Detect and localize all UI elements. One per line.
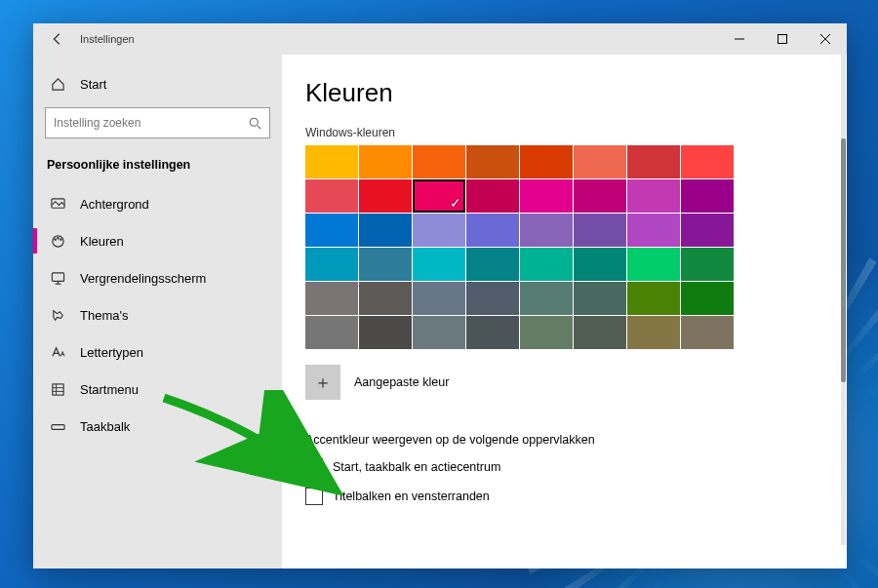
color-swatch[interactable] [466, 248, 519, 281]
lockscreen-icon [47, 271, 68, 286]
desktop: Instellingen Start [0, 0, 878, 588]
color-swatch[interactable] [574, 145, 626, 178]
sidebar-item-startmenu[interactable]: Startmenu [33, 371, 282, 408]
color-swatch[interactable] [520, 179, 573, 213]
color-swatch[interactable] [413, 282, 465, 315]
color-swatch[interactable] [520, 145, 573, 178]
color-swatch[interactable] [627, 316, 680, 349]
sidebar-item-label: Kleuren [80, 234, 124, 249]
color-swatch[interactable] [681, 145, 734, 178]
startmenu-icon [47, 382, 68, 397]
sidebar-item-label: Thema's [80, 308, 128, 323]
sidebar-category: Persoonlijke instellingen [33, 148, 282, 185]
palette-icon [47, 234, 68, 249]
sidebar-item-lettertypen[interactable]: Lettertypen [33, 333, 282, 371]
sidebar-item-label: Lettertypen [80, 345, 143, 360]
back-button[interactable] [47, 28, 68, 50]
svg-point-4 [54, 238, 56, 240]
color-swatch[interactable] [574, 248, 626, 281]
minimize-button[interactable] [718, 23, 761, 55]
scrollbar[interactable] [841, 51, 846, 545]
home-icon [47, 77, 68, 92]
color-swatch[interactable] [305, 248, 358, 281]
color-swatch[interactable] [627, 214, 680, 247]
color-swatch[interactable] [413, 179, 465, 213]
color-swatch[interactable] [413, 316, 465, 349]
svg-point-5 [57, 237, 59, 239]
color-swatch[interactable] [413, 214, 465, 247]
windows-colors-label: Windows-kleuren [305, 126, 812, 139]
checkmark-icon: ✓ [305, 458, 323, 476]
color-swatch[interactable] [466, 179, 519, 213]
color-swatch[interactable] [305, 214, 358, 247]
window-title: Instellingen [80, 33, 135, 45]
color-swatch[interactable] [574, 316, 626, 349]
color-swatch[interactable] [574, 282, 626, 315]
color-swatch[interactable] [574, 214, 626, 247]
maximize-button[interactable] [761, 23, 804, 55]
surfaces-section-label: Accentkleur weergeven op de volgende opp… [305, 433, 812, 447]
close-icon [820, 34, 830, 44]
color-swatch[interactable] [305, 145, 358, 178]
color-swatch[interactable] [681, 179, 734, 213]
sidebar-item-thema-s[interactable]: Thema's [33, 296, 282, 333]
color-swatch[interactable] [305, 316, 358, 349]
settings-window: Instellingen Start [33, 23, 847, 568]
color-swatch[interactable] [359, 316, 412, 349]
color-swatch[interactable] [359, 282, 412, 315]
title-bar: Instellingen [33, 23, 847, 55]
page-title: Kleuren [305, 78, 812, 108]
search-placeholder: Instelling zoeken [54, 116, 249, 130]
checkbox-start-taskbar[interactable]: ✓ Start, taakbalk en actiecentrum [305, 458, 812, 476]
fonts-icon [47, 345, 68, 360]
color-swatch[interactable] [359, 248, 412, 281]
scrollbar-thumb[interactable] [841, 138, 846, 382]
color-swatch[interactable] [520, 214, 573, 247]
color-swatch[interactable] [413, 248, 465, 281]
svg-rect-8 [52, 383, 62, 394]
color-swatch[interactable] [466, 282, 519, 315]
search-icon [249, 117, 261, 130]
custom-color-label: Aangepaste kleur [354, 375, 449, 389]
color-swatch[interactable] [413, 145, 465, 178]
sidebar-item-taakbalk[interactable]: Taakbalk [33, 408, 282, 445]
sidebar: Start Instelling zoeken Persoonlijke ins… [33, 55, 282, 568]
color-swatch[interactable] [574, 179, 626, 213]
sidebar-home-label: Start [80, 77, 106, 92]
sidebar-home[interactable]: Start [33, 66, 282, 101]
color-swatch[interactable] [681, 282, 734, 315]
color-swatch[interactable] [627, 179, 680, 213]
svg-point-6 [60, 238, 61, 240]
color-swatch[interactable] [520, 316, 573, 349]
color-swatch[interactable] [627, 282, 680, 315]
sidebar-item-achtergrond[interactable]: Achtergrond [33, 185, 282, 222]
color-swatch[interactable] [305, 282, 358, 315]
color-swatch[interactable] [520, 248, 573, 281]
color-swatch[interactable] [466, 316, 519, 349]
color-swatch[interactable] [681, 316, 734, 349]
search-input[interactable]: Instelling zoeken [45, 107, 270, 138]
color-swatch[interactable] [466, 214, 519, 247]
color-swatch[interactable] [681, 214, 734, 247]
checkbox-empty-icon [305, 488, 323, 505]
color-swatch[interactable] [627, 248, 680, 281]
custom-color-button[interactable]: ＋ [305, 365, 340, 400]
color-swatch[interactable] [520, 282, 573, 315]
sidebar-item-vergrendelingsscherm[interactable]: Vergrendelingsscherm [33, 259, 282, 296]
content-pane: Kleuren Windows-kleuren ＋ Aangepaste kle… [282, 55, 847, 568]
svg-rect-7 [52, 272, 63, 280]
arrow-left-icon [51, 32, 64, 46]
color-swatch[interactable] [305, 179, 358, 213]
color-swatch[interactable] [359, 145, 412, 178]
sidebar-item-kleuren[interactable]: Kleuren [33, 222, 282, 259]
color-swatch-grid [305, 145, 735, 349]
color-swatch[interactable] [466, 145, 519, 178]
checkbox-titlebars[interactable]: Titelbalken en vensterranden [305, 488, 812, 505]
color-swatch[interactable] [359, 179, 412, 213]
svg-rect-0 [778, 35, 787, 44]
color-swatch[interactable] [359, 214, 412, 247]
color-swatch[interactable] [627, 145, 680, 178]
color-swatch[interactable] [681, 248, 734, 281]
minimize-icon [735, 34, 744, 44]
sidebar-item-label: Taakbalk [80, 419, 130, 434]
